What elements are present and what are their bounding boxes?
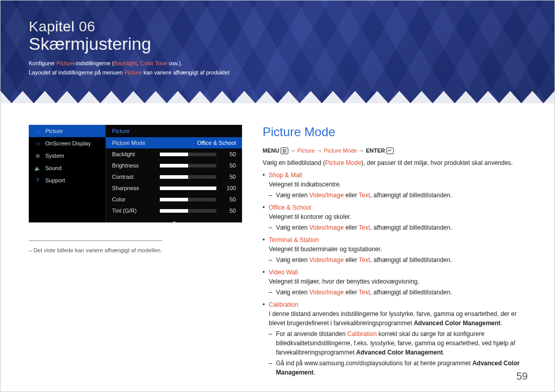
mode-sublist: Vælg enten Video/Image eller Text, afhæn…: [269, 288, 526, 297]
osd-nav-item[interactable]: ?Support: [29, 174, 105, 186]
setting-name: Brightness: [112, 162, 156, 169]
nav-label: Sound: [45, 165, 62, 171]
mode-sublist: Vælg enten Video/Image eller Text, afhæn…: [269, 255, 526, 265]
menu-icon: ▥: [281, 147, 288, 154]
osd-panel-header: Picture: [106, 125, 242, 137]
setting-value: 50: [220, 162, 236, 169]
osd-setting-row[interactable]: Tint (G/R)50: [106, 205, 242, 216]
slider-fill: [160, 153, 188, 156]
mode-sub-item: Vælg enten Video/Image eller Text, afhæn…: [269, 191, 526, 200]
setting-name: Contrast: [112, 174, 156, 180]
osd-setting-row[interactable]: Picture ModeOffice & School: [106, 137, 242, 148]
osd-setting-row[interactable]: Backlight50: [106, 148, 242, 160]
slider-track[interactable]: [160, 186, 216, 190]
mode-name: Calibration: [269, 301, 298, 308]
nav-label: OnScreen Display: [45, 140, 91, 146]
menu-path: MENU ▥ → Picture → Picture Mode → ENTER …: [263, 147, 526, 154]
setting-value: 100: [220, 185, 236, 191]
slider-fill: [160, 175, 188, 179]
osd-setting-row[interactable]: Color50: [106, 194, 242, 205]
setting-value: 50: [220, 208, 236, 214]
mode-sub-item: Vælg enten Video/Image eller Text, afhæn…: [269, 255, 526, 265]
chapter-banner: Kapitel 06 Skærmjustering Konfigurer Pic…: [1, 1, 554, 103]
chapter-title: Skærmjustering: [29, 34, 526, 54]
nav-label: Support: [45, 177, 65, 183]
osd-setting-row[interactable]: Sharpness100: [106, 182, 242, 194]
nav-icon: ▭: [34, 128, 41, 134]
section-heading: Picture Mode: [263, 125, 526, 139]
osd-nav-item[interactable]: 🔈Sound: [29, 162, 105, 174]
setting-value: 50: [220, 151, 236, 157]
osd-setting-row[interactable]: Brightness50: [106, 160, 242, 171]
slider-fill: [160, 209, 188, 213]
mode-description: Velegnet til kontorer og skoler.: [269, 212, 526, 221]
mode-item: CalibrationI denne tilstand anvendes ind…: [263, 300, 526, 377]
mode-sub-item: Vælg enten Video/Image eller Text, afhæn…: [269, 288, 526, 297]
slider-fill: [160, 198, 188, 201]
mode-sub-item: For at anvende tilstanden Calibration ko…: [269, 329, 526, 357]
setting-name: Tint (G/R): [112, 208, 156, 214]
setting-value: 50: [220, 196, 236, 202]
page-number: 59: [516, 370, 528, 382]
model-note: – Det viste billede kan variere afhængig…: [29, 247, 242, 253]
mode-description: Velegnet til busterminaler og togstation…: [269, 245, 526, 254]
setting-name: Color: [112, 196, 156, 202]
osd-setting-row[interactable]: Contrast50: [106, 171, 242, 182]
mode-name: Terminal & Station: [269, 236, 319, 244]
mode-description: Velegnet til miljøer, hvor der benyttes …: [269, 277, 526, 286]
banner-subtext: Konfigurer Picture-indstillingerne (Back…: [29, 59, 526, 77]
mode-sublist: Vælg enten Video/Image eller Text, afhæn…: [269, 191, 526, 200]
nav-icon: ▭: [34, 140, 41, 146]
slider-fill: [160, 164, 188, 167]
osd-more-indicator: ⌄: [106, 216, 242, 225]
setting-value: Office & School: [160, 140, 236, 146]
slider-track[interactable]: [160, 209, 216, 213]
modes-list: Shop & MallVelegnet til indkøbscentre.Væ…: [263, 171, 526, 377]
osd-nav-item[interactable]: ⚙System: [29, 150, 105, 162]
mode-description: Velegnet til indkøbscentre.: [269, 180, 526, 189]
mode-sublist: For at anvende tilstanden Calibration ko…: [269, 329, 526, 377]
nav-icon: ?: [34, 177, 41, 183]
osd-nav-item[interactable]: ▭OnScreen Display: [29, 137, 105, 150]
mode-name: Video Wall: [269, 269, 298, 276]
mode-item: Terminal & StationVelegnet til bustermin…: [263, 235, 526, 265]
osd-nav-item[interactable]: ▭Picture: [29, 125, 105, 137]
mode-sub-item: Gå ind på www.samsung.com/displaysolutio…: [269, 359, 526, 377]
slider-fill: [160, 186, 216, 190]
divider: [29, 240, 162, 241]
nav-label: Picture: [45, 128, 63, 134]
intro-text: Vælg en billedtilstand (Picture Mode), d…: [263, 158, 526, 167]
slider-track[interactable]: [160, 198, 216, 201]
setting-name: Picture Mode: [112, 140, 156, 146]
nav-label: System: [45, 153, 64, 159]
osd-screenshot: ▭Picture▭OnScreen Display⚙System🔈Sound?S…: [29, 125, 242, 222]
nav-icon: 🔈: [34, 165, 41, 171]
slider-track[interactable]: [160, 153, 216, 156]
mode-item: Shop & MallVelegnet til indkøbscentre.Væ…: [263, 171, 526, 200]
osd-nav: ▭Picture▭OnScreen Display⚙System🔈Sound?S…: [29, 125, 106, 222]
setting-name: Sharpness: [112, 185, 156, 191]
mode-sub-item: Vælg enten Video/Image eller Text, afhæn…: [269, 223, 526, 232]
mode-sublist: Vælg enten Video/Image eller Text, afhæn…: [269, 223, 526, 232]
slider-track[interactable]: [160, 175, 216, 179]
mode-item: Video WallVelegnet til miljøer, hvor der…: [263, 268, 526, 297]
setting-value: 50: [220, 174, 236, 180]
chapter-label: Kapitel 06: [29, 18, 526, 35]
mode-description: I denne tilstand anvendes indstillingern…: [269, 309, 526, 328]
setting-name: Backlight: [112, 151, 156, 157]
slider-track[interactable]: [160, 164, 216, 167]
mode-item: Office & SchoolVelegnet til kontorer og …: [263, 203, 526, 232]
mode-name: Office & School: [269, 204, 311, 211]
enter-icon: ↵: [386, 147, 394, 154]
nav-icon: ⚙: [34, 153, 41, 159]
mode-name: Shop & Mall: [269, 172, 302, 179]
